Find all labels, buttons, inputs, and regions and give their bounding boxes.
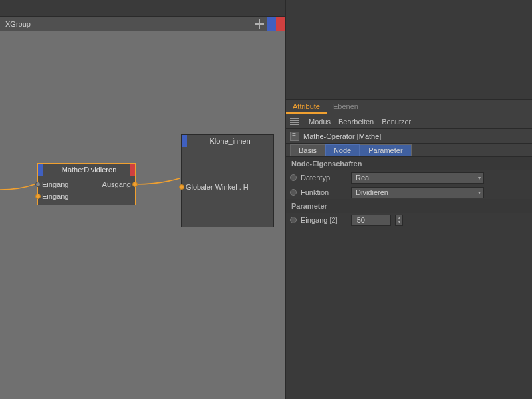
datentyp-radio[interactable] — [290, 174, 297, 181]
node-math-divide[interactable]: Mathe:Dividieren Eingang Ausgang Eingang — [37, 163, 136, 205]
funktion-label: Funktion — [301, 188, 347, 196]
node-canvas[interactable]: Mathe:Dividieren Eingang Ausgang Eingang — [0, 31, 285, 399]
math-input-label-1: Eingang — [42, 180, 68, 188]
prop-datentyp-row: Datentyp Real — [286, 170, 532, 185]
node-blue-tab — [38, 164, 43, 176]
node-klone-header[interactable]: Klone_innen — [182, 135, 273, 147]
prop-eingang-row: Eingang [2] ▴ ▾ — [286, 213, 532, 227]
attribute-menu: Modus Bearbeiten Benutzer — [286, 114, 532, 129]
xgroup-blue-block[interactable] — [267, 17, 276, 31]
tab-attribute[interactable]: Attribute — [286, 100, 327, 114]
math-input-port-1[interactable] — [35, 182, 41, 187]
editor-header — [0, 0, 285, 17]
klone-port-label: Globaler Winkel . H — [186, 183, 249, 191]
node-red-tab — [130, 164, 135, 176]
funktion-value: Dividieren — [356, 188, 388, 196]
eingang-input[interactable] — [351, 215, 391, 226]
preview-area[interactable] — [286, 0, 532, 100]
math-input-label-2: Eingang — [42, 192, 68, 200]
subtab-node[interactable]: Node — [325, 144, 360, 156]
funktion-select[interactable]: Dividieren — [351, 187, 484, 198]
node-math-body: Eingang Ausgang Eingang — [38, 176, 135, 205]
section-node-props: Node-Eigenschaften — [286, 157, 532, 170]
menu-icon[interactable] — [290, 118, 299, 125]
attribute-tabs: Attribute Ebenen — [286, 100, 532, 114]
node-editor-panel: XGroup Mathe:Dividieren Eingang — [0, 0, 286, 399]
node-klone-body: Globaler Winkel . H — [182, 147, 273, 227]
prop-funktion-row: Funktion Dividieren — [286, 185, 532, 200]
tab-ebenen[interactable]: Ebenen — [327, 100, 365, 114]
wire-in-left — [0, 158, 40, 198]
attribute-panel: Attribute Ebenen Modus Bearbeiten Benutz… — [286, 100, 532, 399]
stepper-down-icon[interactable]: ▾ — [396, 220, 402, 225]
stepper-up-icon[interactable]: ▴ — [396, 215, 402, 221]
node-klone-title: Klone_innen — [187, 137, 273, 145]
xgroup-title: XGroup — [5, 20, 31, 28]
wire-math-to-klone — [133, 163, 186, 190]
math-output-label: Ausgang — [102, 180, 131, 188]
xgroup-controls — [255, 17, 285, 31]
math-input-port-2[interactable] — [35, 194, 41, 199]
datentyp-value: Real — [356, 174, 371, 182]
node-blue-tab — [182, 135, 187, 147]
right-side: Attribute Ebenen Modus Bearbeiten Benutz… — [286, 0, 532, 399]
xgroup-red-block[interactable] — [276, 17, 285, 31]
datentyp-select[interactable]: Real — [351, 172, 484, 184]
datentyp-label: Datentyp — [301, 174, 347, 182]
node-klone[interactable]: Klone_innen Globaler Winkel . H — [181, 134, 274, 227]
eingang-label: Eingang [2] — [301, 216, 347, 224]
klone-input-port[interactable] — [179, 184, 184, 190]
subtab-parameter[interactable]: Parameter — [360, 144, 411, 156]
object-name: Mathe-Operator [Mathe] — [303, 132, 381, 140]
section-parameter: Parameter — [286, 200, 532, 213]
menu-benutzer[interactable]: Benutzer — [382, 118, 411, 126]
math-output-port[interactable] — [132, 182, 138, 187]
eingang-radio[interactable] — [290, 217, 297, 223]
node-math-header[interactable]: Mathe:Dividieren — [38, 164, 135, 176]
eingang-stepper[interactable]: ▴ ▾ — [395, 215, 403, 226]
node-math-title: Mathe:Dividieren — [43, 166, 135, 174]
funktion-radio[interactable] — [290, 189, 297, 196]
menu-modus[interactable]: Modus — [309, 118, 331, 126]
menu-bearbeiten[interactable]: Bearbeiten — [338, 118, 374, 126]
object-row: Mathe-Operator [Mathe] — [286, 129, 532, 144]
xgroup-title-bar[interactable]: XGroup — [0, 17, 285, 31]
move-icon[interactable] — [255, 19, 264, 29]
subtabs: Basis Node Parameter — [286, 144, 532, 157]
math-operator-icon — [290, 132, 299, 141]
subtab-basis[interactable]: Basis — [290, 144, 325, 156]
